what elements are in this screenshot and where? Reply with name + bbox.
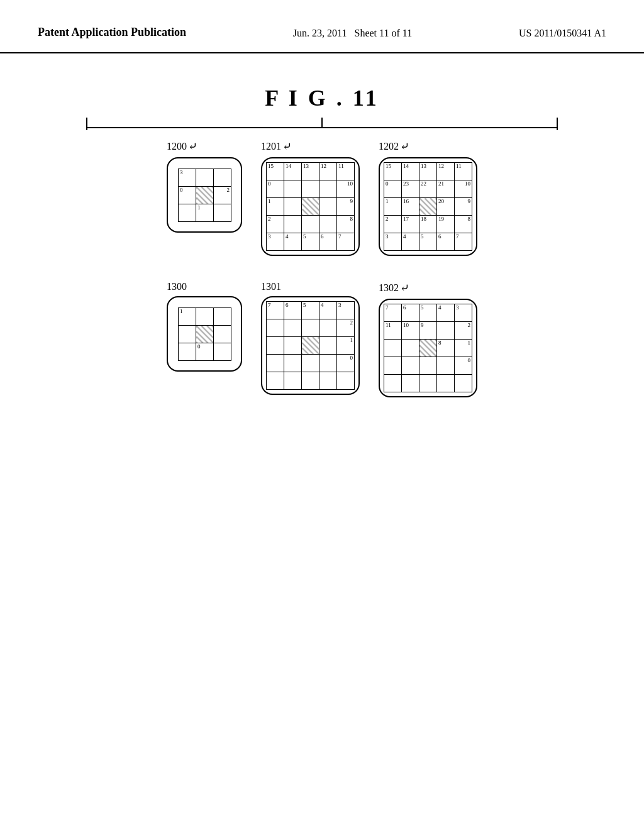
cell xyxy=(402,357,419,375)
cell: 2 xyxy=(337,319,355,337)
cell xyxy=(319,355,337,372)
cell: 0 xyxy=(179,187,196,204)
cell xyxy=(302,216,319,233)
cell xyxy=(214,343,231,361)
cell: 21 xyxy=(437,180,455,198)
cell xyxy=(319,337,337,355)
cell: 0 xyxy=(384,180,402,198)
box-1301: 7 6 5 4 3 2 xyxy=(261,296,360,395)
cell: 12 xyxy=(319,163,337,180)
cell: 17 xyxy=(402,216,419,233)
cell: 1 xyxy=(179,308,196,326)
cell: 0 xyxy=(196,343,214,361)
cell: 6 xyxy=(284,302,302,319)
cell: 5 xyxy=(302,233,319,251)
cell: 8 xyxy=(337,216,355,233)
cell xyxy=(455,375,472,392)
cell xyxy=(196,169,214,187)
cell: 5 xyxy=(419,233,437,251)
figure-title: F I G . 11 xyxy=(265,85,379,111)
cell xyxy=(284,216,302,233)
cell xyxy=(419,375,437,392)
cell xyxy=(284,372,302,390)
cell: 5 xyxy=(302,302,319,319)
cell: 7 xyxy=(267,302,284,319)
cell xyxy=(384,357,402,375)
cell xyxy=(384,340,402,357)
cell: 4 xyxy=(319,302,337,319)
cell: 22 xyxy=(419,180,437,198)
cell-hatched xyxy=(302,198,319,216)
cell xyxy=(302,180,319,198)
cell: 0 xyxy=(455,357,472,375)
diagram-1302: 1302 ⤶ 7 6 5 4 3 11 10 9 xyxy=(379,281,477,397)
cell: 18 xyxy=(419,216,437,233)
cell: 3 xyxy=(337,302,355,319)
label-1302: 1302 xyxy=(379,282,399,294)
cell-hatched xyxy=(419,198,437,216)
cell xyxy=(319,319,337,337)
cell xyxy=(179,343,196,361)
cell xyxy=(267,337,284,355)
cell xyxy=(179,204,196,222)
box-1300: 1 0 xyxy=(167,296,242,372)
cell xyxy=(267,355,284,372)
diagram-1201: 1201 ⤶ 15 14 13 12 11 0 xyxy=(261,140,360,256)
cell xyxy=(267,319,284,337)
grid-1201: 15 14 13 12 11 0 10 xyxy=(266,162,355,251)
cell: 7 xyxy=(337,233,355,251)
cell xyxy=(284,319,302,337)
cell: 0 xyxy=(267,180,284,198)
brace-line xyxy=(86,127,558,128)
cell xyxy=(267,372,284,390)
cell: 3 xyxy=(267,233,284,251)
cell: 15 xyxy=(267,163,284,180)
cell xyxy=(302,319,319,337)
box-1200: 3 0 2 xyxy=(167,157,242,233)
diagram-1301: 1301 7 6 5 4 3 2 xyxy=(261,281,360,395)
cell: 9 xyxy=(337,198,355,216)
cell xyxy=(214,204,231,222)
cell xyxy=(284,355,302,372)
label-1202: 1202 xyxy=(379,141,399,152)
cell xyxy=(419,357,437,375)
cell: 8 xyxy=(455,216,472,233)
cell xyxy=(437,322,455,340)
cell xyxy=(302,355,319,372)
cell xyxy=(402,375,419,392)
cell: 1 xyxy=(337,337,355,355)
cell xyxy=(302,372,319,390)
box-1202: 15 14 13 12 11 0 23 22 21 10 1 xyxy=(379,157,477,256)
cell: 14 xyxy=(284,163,302,180)
diagram-1202: 1202 ⤶ 15 14 13 12 11 0 23 22 xyxy=(379,140,477,256)
cell xyxy=(179,326,196,343)
cell: 23 xyxy=(402,180,419,198)
cell: 6 xyxy=(319,233,337,251)
cell xyxy=(319,216,337,233)
cell: 9 xyxy=(419,322,437,340)
brace-left xyxy=(86,118,87,130)
cell-hatched xyxy=(302,337,319,355)
cell: 15 xyxy=(384,163,402,180)
cell-hatched xyxy=(196,187,214,204)
cell: 2 xyxy=(267,216,284,233)
cell xyxy=(384,375,402,392)
page-header: Patent Application Publication Jun. 23, … xyxy=(0,0,644,53)
label-1300: 1300 xyxy=(167,281,187,292)
curly-1202: ⤶ xyxy=(400,140,409,153)
cell-hatched xyxy=(196,326,214,343)
publication-date: Jun. 23, 2011 Sheet 11 of 11 xyxy=(293,25,412,39)
cell: 0 xyxy=(337,355,355,372)
curly-1302: ⤶ xyxy=(400,281,409,295)
cell: 1 xyxy=(455,340,472,357)
cell: 4 xyxy=(402,233,419,251)
cell: 11 xyxy=(384,322,402,340)
cell: 10 xyxy=(402,322,419,340)
cell: 13 xyxy=(302,163,319,180)
cell xyxy=(284,337,302,355)
publication-title: Patent Application Publication xyxy=(38,25,186,40)
cell: 8 xyxy=(437,340,455,357)
cell: 3 xyxy=(455,304,472,322)
main-content: F I G . 11 1200 ⤶ 3 xyxy=(0,53,644,435)
grid-1301: 7 6 5 4 3 2 xyxy=(266,301,355,390)
